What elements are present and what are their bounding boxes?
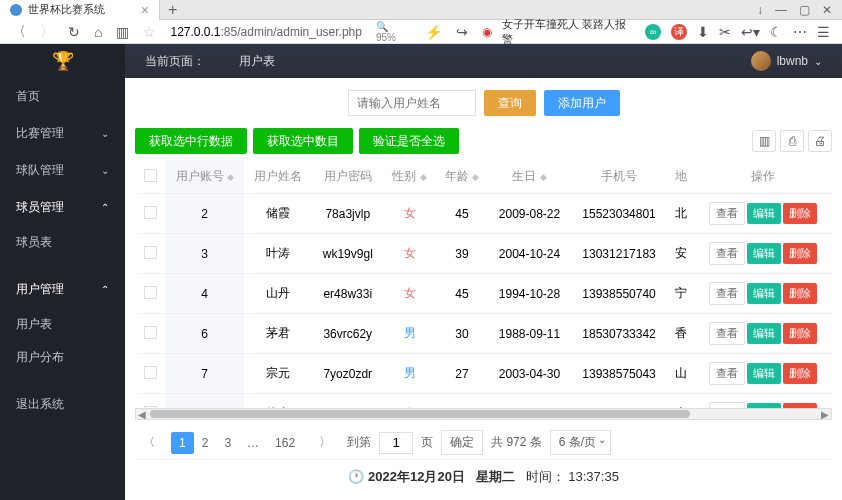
- sort-icon[interactable]: ◆: [472, 172, 479, 182]
- export-icon[interactable]: ⎙: [780, 130, 804, 152]
- sort-icon[interactable]: ◆: [540, 172, 547, 182]
- row-checkbox[interactable]: [144, 246, 157, 259]
- zoom-level[interactable]: 🔍 95%: [376, 21, 411, 43]
- address-bar[interactable]: 127.0.0.1:85/admin/admin_user.php: [170, 25, 361, 39]
- goto-page-input[interactable]: [379, 432, 413, 454]
- delete-button[interactable]: 删除: [783, 243, 817, 264]
- moon-icon[interactable]: ☾: [770, 24, 783, 40]
- search-input[interactable]: [348, 90, 476, 116]
- download2-icon[interactable]: ⬇: [697, 24, 709, 40]
- edit-button[interactable]: 编辑: [747, 283, 781, 304]
- pager-next[interactable]: 〉: [311, 430, 339, 455]
- ext-icon-1[interactable]: ∞: [645, 24, 661, 40]
- reload-icon[interactable]: ↻: [68, 24, 80, 40]
- add-user-button[interactable]: 添加用户: [544, 90, 620, 116]
- verify-select-all-button[interactable]: 验证是否全选: [359, 128, 459, 154]
- menu-icon[interactable]: ☰: [817, 24, 830, 40]
- col-age[interactable]: 年龄: [445, 169, 469, 183]
- read-mode-icon[interactable]: ▥: [116, 24, 129, 40]
- scroll-left-icon[interactable]: ◀: [136, 409, 148, 420]
- edit-button[interactable]: 编辑: [747, 203, 781, 224]
- scrollbar-thumb[interactable]: [150, 410, 690, 418]
- pager-page[interactable]: 3: [216, 432, 239, 454]
- delete-button[interactable]: 删除: [783, 283, 817, 304]
- more-icon[interactable]: ⋯: [793, 24, 807, 40]
- col-birthday[interactable]: 生日: [512, 169, 536, 183]
- view-button[interactable]: 查看: [709, 402, 745, 408]
- news-icon[interactable]: ◉: [482, 25, 492, 39]
- search-button[interactable]: 查询: [484, 90, 536, 116]
- close-window-icon[interactable]: ✕: [822, 3, 832, 17]
- row-checkbox[interactable]: [144, 366, 157, 379]
- edit-button[interactable]: 编辑: [747, 363, 781, 384]
- horizontal-scrollbar[interactable]: ◀ ▶: [135, 408, 832, 420]
- scroll-right-icon[interactable]: ▶: [819, 409, 831, 420]
- forward-icon[interactable]: 〉: [40, 23, 54, 41]
- get-selected-data-button[interactable]: 获取选中行数据: [135, 128, 247, 154]
- view-button[interactable]: 查看: [709, 242, 745, 265]
- cell-phone: 15523034801: [571, 194, 667, 234]
- star-icon[interactable]: ☆: [143, 24, 156, 40]
- delete-button[interactable]: 删除: [783, 323, 817, 344]
- delete-button[interactable]: 删除: [783, 203, 817, 224]
- share-icon[interactable]: ↪: [456, 24, 468, 40]
- maximize-icon[interactable]: ▢: [799, 3, 810, 17]
- scissors-icon[interactable]: ✂: [719, 24, 731, 40]
- topbar: 当前页面： 用户表 lbwnb ⌄: [125, 44, 842, 78]
- sidebar-item-player[interactable]: 球员管理⌃: [0, 189, 125, 226]
- minimize-icon[interactable]: —: [775, 3, 787, 17]
- view-button[interactable]: 查看: [709, 362, 745, 385]
- new-tab-button[interactable]: +: [160, 1, 185, 19]
- edit-button[interactable]: 编辑: [747, 323, 781, 344]
- pager-page[interactable]: …: [239, 432, 267, 454]
- cell-password: er48w33i: [312, 274, 383, 314]
- columns-icon[interactable]: ▥: [752, 130, 776, 152]
- pager-page[interactable]: 2: [194, 432, 217, 454]
- user-menu[interactable]: lbwnb ⌄: [751, 51, 822, 71]
- print-icon[interactable]: 🖨: [808, 130, 832, 152]
- col-account[interactable]: 用户账号: [176, 169, 224, 183]
- sidebar-sub-player-table[interactable]: 球员表: [0, 226, 125, 259]
- back-icon[interactable]: 〈: [12, 23, 26, 41]
- tab-favicon: [10, 4, 22, 16]
- row-checkbox[interactable]: [144, 206, 157, 219]
- sort-icon[interactable]: ◆: [227, 172, 234, 182]
- get-selected-count-button[interactable]: 获取选中数目: [253, 128, 353, 154]
- breadcrumb-page: 用户表: [239, 53, 275, 70]
- pager-page[interactable]: 162: [267, 432, 303, 454]
- translate-icon[interactable]: 译: [671, 24, 687, 40]
- logo[interactable]: 🏆: [0, 44, 125, 78]
- edit-button[interactable]: 编辑: [747, 243, 781, 264]
- row-checkbox[interactable]: [144, 286, 157, 299]
- delete-button[interactable]: 删除: [783, 363, 817, 384]
- row-checkbox[interactable]: [144, 406, 157, 409]
- sidebar-item-home[interactable]: 首页: [0, 78, 125, 115]
- cell-name: 徐真: [244, 394, 312, 409]
- home-icon[interactable]: ⌂: [94, 24, 102, 40]
- flash-icon[interactable]: ⚡: [425, 24, 442, 40]
- select-all-checkbox[interactable]: [144, 169, 157, 182]
- headline-text[interactable]: 女子开车撞死人 装路人报警: [502, 17, 636, 47]
- sidebar-item-match[interactable]: 比赛管理⌄: [0, 115, 125, 152]
- goto-confirm-button[interactable]: 确定: [441, 430, 483, 455]
- view-button[interactable]: 查看: [709, 322, 745, 345]
- sidebar-item-user[interactable]: 用户管理⌃: [0, 271, 125, 308]
- view-button[interactable]: 查看: [709, 282, 745, 305]
- history-icon[interactable]: ↩▾: [741, 24, 760, 40]
- sidebar-sub-user-dist[interactable]: 用户分布: [0, 341, 125, 374]
- sidebar-sub-user-table[interactable]: 用户表: [0, 308, 125, 341]
- sort-icon[interactable]: ◆: [420, 172, 427, 182]
- download-icon[interactable]: ↓: [757, 3, 763, 17]
- sidebar-item-team[interactable]: 球队管理⌄: [0, 152, 125, 189]
- sidebar-item-logout[interactable]: 退出系统: [0, 386, 125, 423]
- delete-button[interactable]: 删除: [783, 403, 817, 408]
- row-checkbox[interactable]: [144, 326, 157, 339]
- close-tab-icon[interactable]: ×: [141, 2, 149, 18]
- pager-page[interactable]: 1: [171, 432, 194, 454]
- page-size-select[interactable]: 6 条/页 ⌄: [550, 430, 611, 455]
- view-button[interactable]: 查看: [709, 202, 745, 225]
- browser-tab[interactable]: 世界杯比赛系统 ×: [0, 0, 160, 20]
- col-gender[interactable]: 性别: [392, 169, 416, 183]
- pager-prev[interactable]: 〈: [135, 430, 163, 455]
- edit-button[interactable]: 编辑: [747, 403, 781, 408]
